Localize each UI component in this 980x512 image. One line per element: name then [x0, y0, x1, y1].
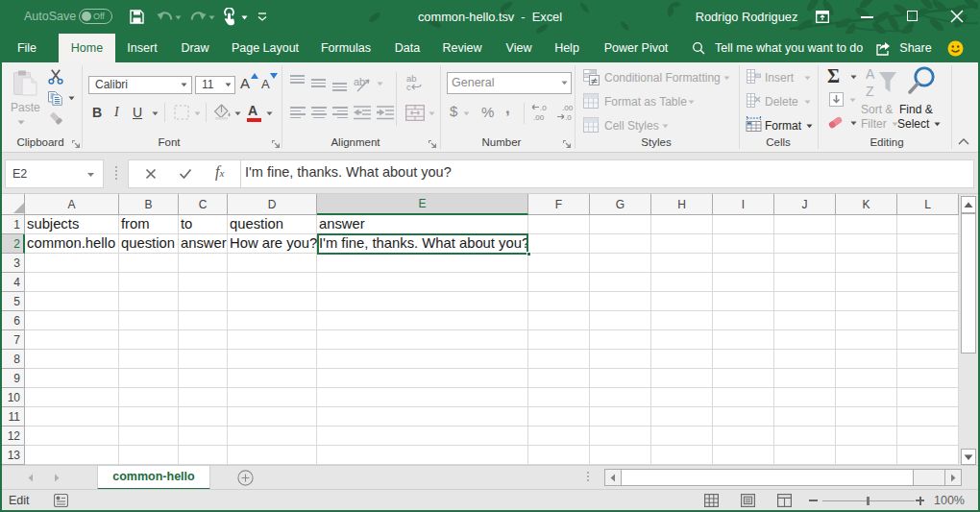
svg-text:.00: .00 — [562, 104, 574, 112]
svg-text:.00: .00 — [533, 113, 545, 122]
svg-text:c: c — [406, 82, 411, 92]
svg-text:Z: Z — [866, 84, 874, 99]
svg-text:A: A — [866, 66, 875, 82]
svg-text:.0: .0 — [540, 104, 547, 112]
svg-text:.0: .0 — [565, 113, 572, 122]
